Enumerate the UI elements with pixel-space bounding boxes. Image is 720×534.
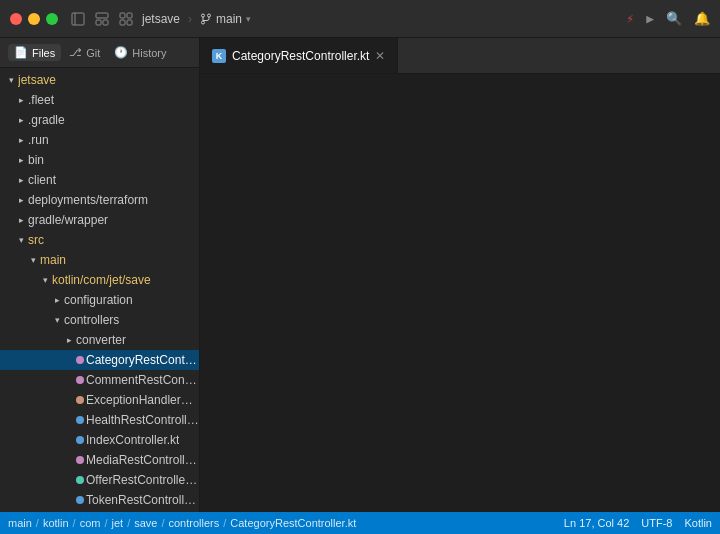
bin-label: bin <box>28 153 44 167</box>
gradle-label: .gradle <box>28 113 65 127</box>
close-tab-icon[interactable]: ✕ <box>375 49 385 63</box>
sidebar-item-health-controller[interactable]: HealthRestController.kt <box>0 410 199 430</box>
close-button[interactable] <box>10 13 22 25</box>
files-icon: 📄 <box>14 46 28 59</box>
fleet-label: .fleet <box>28 93 54 107</box>
code-editor[interactable] <box>200 74 720 512</box>
status-right: Ln 17, Col 42 UTF-8 Kotlin <box>564 517 712 529</box>
editor-tabs: K CategoryRestController.kt ✕ <box>200 38 720 74</box>
sidebar-item-main[interactable]: ▾ main <box>0 250 199 270</box>
file-dot-icon <box>76 396 84 404</box>
sidebar-tab-history[interactable]: 🕐 History <box>108 44 172 61</box>
file-dot-icon <box>76 496 84 504</box>
run-label: .run <box>28 133 49 147</box>
sidebar-item-index-controller[interactable]: IndexController.kt <box>0 430 199 450</box>
sidebar-item-client[interactable]: ▸ client <box>0 170 199 190</box>
git-icon: ⎇ <box>69 46 82 59</box>
branch-name: main <box>216 12 242 26</box>
sidebar-item-fleet[interactable]: ▸ .fleet <box>0 90 199 110</box>
sidebar-item-converter[interactable]: ▸ converter <box>0 330 199 350</box>
sidebar-item-root[interactable]: ▾ jetsave <box>0 70 199 90</box>
kotlin-file-icon: K <box>212 49 226 63</box>
breadcrumb-jet: jet <box>112 517 124 529</box>
sidebar-item-src[interactable]: ▾ src <box>0 230 199 250</box>
svg-rect-0 <box>72 13 84 25</box>
expand-arrow-icon: ▾ <box>14 235 28 245</box>
category-controller-label: CategoryRestController.kt <box>86 353 199 367</box>
svg-rect-7 <box>120 20 125 25</box>
editor-area: K CategoryRestController.kt ✕ <box>200 38 720 512</box>
health-controller-label: HealthRestController.kt <box>86 413 199 427</box>
titlebar: jetsave › main ▾ ⚡ ▶ 🔍 🔔 <box>0 0 720 38</box>
main-area: 📄 Files ⎇ Git 🕐 History ▾ jetsave <box>0 38 720 512</box>
svg-rect-8 <box>127 20 132 25</box>
minimize-button[interactable] <box>28 13 40 25</box>
sidebar-item-token-controller[interactable]: TokenRestController.kt <box>0 490 199 510</box>
collapse-arrow-icon: ▸ <box>14 215 28 225</box>
file-dot-icon <box>76 476 84 484</box>
sidebar-item-category-controller[interactable]: CategoryRestController.kt <box>0 350 199 370</box>
sidebar: 📄 Files ⎇ Git 🕐 History ▾ jetsave <box>0 38 200 512</box>
notification-icon[interactable]: 🔔 <box>694 11 710 27</box>
deployments-label: deployments/terraform <box>28 193 148 207</box>
sidebar-item-deployments[interactable]: ▸ deployments/terraform <box>0 190 199 210</box>
file-dot-icon <box>76 416 84 424</box>
history-icon: 🕐 <box>114 46 128 59</box>
file-dot-icon <box>76 356 84 364</box>
sidebar-item-controllers[interactable]: ▾ controllers <box>0 310 199 330</box>
sidebar-item-offer-controller[interactable]: OfferRestController.kt <box>0 470 199 490</box>
sidebar-item-run[interactable]: ▸ .run <box>0 130 199 150</box>
breadcrumb-com: com <box>80 517 101 529</box>
svg-point-10 <box>208 14 211 17</box>
token-controller-label: TokenRestController.kt <box>86 493 199 507</box>
offer-controller-label: OfferRestController.kt <box>86 473 199 487</box>
language: Kotlin <box>684 517 712 529</box>
expand-arrow-icon: ▾ <box>26 255 40 265</box>
sidebar-item-bin[interactable]: ▸ bin <box>0 150 199 170</box>
converter-label: converter <box>76 333 126 347</box>
breadcrumb-kotlin: kotlin <box>43 517 69 529</box>
sidebar-item-kotlin[interactable]: ▾ kotlin/com/jet/save <box>0 270 199 290</box>
collapse-arrow-icon: ▸ <box>14 155 28 165</box>
collapse-arrow-icon: ▸ <box>14 115 28 125</box>
sidebar-item-comment-controller[interactable]: CommentRestController.kt <box>0 370 199 390</box>
editor-tab-category[interactable]: K CategoryRestController.kt ✕ <box>200 38 398 73</box>
svg-rect-4 <box>103 20 108 25</box>
code-content[interactable] <box>236 74 720 512</box>
sidebar-item-gradle[interactable]: ▸ .gradle <box>0 110 199 130</box>
breadcrumb-file: CategoryRestController.kt <box>230 517 356 529</box>
maximize-button[interactable] <box>46 13 58 25</box>
sidebar-item-media-controller[interactable]: MediaRestController.kt <box>0 450 199 470</box>
debug-icon[interactable]: ⚡ <box>626 11 634 27</box>
collapse-arrow-icon: ▸ <box>62 335 76 345</box>
breadcrumb-controllers: controllers <box>169 517 220 529</box>
file-dot-icon <box>76 436 84 444</box>
file-dot-icon <box>76 456 84 464</box>
status-bar: main / kotlin / com / jet / save / contr… <box>0 512 720 534</box>
svg-point-11 <box>202 21 205 24</box>
line-numbers <box>200 74 236 512</box>
sidebar-tab-git[interactable]: ⎇ Git <box>63 44 106 61</box>
sidebar-item-gradlewrapper[interactable]: ▸ gradle/wrapper <box>0 210 199 230</box>
configuration-label: configuration <box>64 293 133 307</box>
layout-icon[interactable] <box>94 11 110 27</box>
svg-point-9 <box>202 14 205 17</box>
sidebar-item-configuration[interactable]: ▸ configuration <box>0 290 199 310</box>
sidebar-item-exception-handler[interactable]: ExceptionHandlerControlle… <box>0 390 199 410</box>
svg-rect-6 <box>127 13 132 18</box>
chevron-down-icon: ▾ <box>246 14 251 24</box>
sidebar-tab-files[interactable]: 📄 Files <box>8 44 61 61</box>
collapse-arrow-icon: ▸ <box>14 135 28 145</box>
run-icon[interactable]: ▶ <box>646 11 654 27</box>
comment-controller-label: CommentRestController.kt <box>86 373 199 387</box>
grid-icon[interactable] <box>118 11 134 27</box>
window-controls[interactable] <box>10 13 58 25</box>
search-icon[interactable]: 🔍 <box>666 11 682 27</box>
branch-selector[interactable]: main ▾ <box>200 12 251 26</box>
main-label: main <box>40 253 66 267</box>
file-dot-icon <box>76 376 84 384</box>
sidebar-toggle-icon[interactable] <box>70 11 86 27</box>
branch-icon <box>200 13 212 25</box>
exception-handler-label: ExceptionHandlerControlle… <box>86 393 199 407</box>
breadcrumb-save: save <box>134 517 157 529</box>
